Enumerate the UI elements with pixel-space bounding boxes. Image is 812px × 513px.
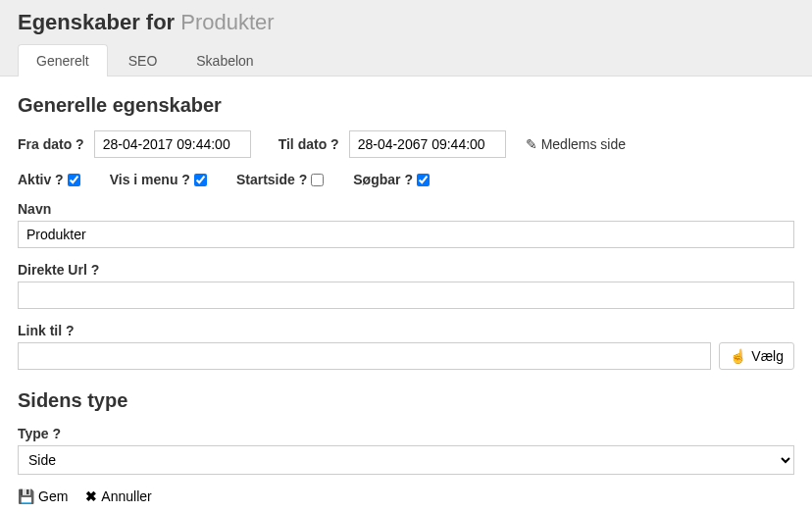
save-icon: 💾 xyxy=(18,488,34,504)
searchable-label: Søgbar ? xyxy=(353,172,413,187)
tab-template[interactable]: Skabelon xyxy=(178,44,272,77)
section-type-heading: Sidens type xyxy=(18,389,794,412)
show-menu-checkbox[interactable] xyxy=(194,174,207,186)
name-label: Navn xyxy=(18,201,794,217)
link-to-label: Link til ? xyxy=(18,323,794,338)
edit-icon: ✎ xyxy=(526,136,537,152)
cancel-label: Annuller xyxy=(101,488,151,504)
active-checkbox[interactable] xyxy=(68,174,80,186)
section-general-heading: Generelle egenskaber xyxy=(18,94,794,117)
searchable-checkbox[interactable] xyxy=(417,174,430,186)
save-label: Gem xyxy=(38,488,68,504)
footer-actions: 💾 Gem ✖ Annuller xyxy=(18,488,794,504)
show-menu-label: Vis i menu ? xyxy=(110,172,190,187)
content-panel: Generelle egenskaber Fra dato ? Til dato… xyxy=(0,76,812,513)
name-input[interactable] xyxy=(18,221,794,248)
flags-row: Aktiv ? Vis i menu ? Startside ? Søgbar … xyxy=(18,172,794,187)
header-bar: Egenskaber for Produkter Generelt SEO Sk… xyxy=(0,0,812,76)
page-title: Egenskaber for Produkter xyxy=(18,10,794,35)
startpage-checkbox[interactable] xyxy=(311,174,324,186)
to-date-input[interactable] xyxy=(349,130,506,158)
hand-icon: ☝ xyxy=(730,348,746,364)
save-button[interactable]: 💾 Gem xyxy=(18,488,68,504)
title-prefix: Egenskaber for xyxy=(18,10,175,34)
title-entity: Produkter xyxy=(180,10,274,34)
close-icon: ✖ xyxy=(85,488,97,504)
from-date-label: Fra dato ? xyxy=(18,136,84,152)
date-row: Fra dato ? Til dato ? ✎ Medlems side xyxy=(18,130,794,158)
tab-bar: Generelt SEO Skabelon xyxy=(18,43,794,76)
to-date-label: Til dato ? xyxy=(279,136,339,152)
type-block: Type ? Side xyxy=(18,426,794,475)
direct-url-input[interactable] xyxy=(18,282,794,309)
direct-url-block: Direkte Url ? xyxy=(18,262,794,309)
choose-button[interactable]: ☝ Vælg xyxy=(719,342,794,370)
choose-label: Vælg xyxy=(751,348,784,364)
tab-seo[interactable]: SEO xyxy=(110,44,177,77)
tab-general[interactable]: Generelt xyxy=(18,44,108,77)
direct-url-label: Direkte Url ? xyxy=(18,262,794,278)
name-block: Navn xyxy=(18,201,794,248)
member-page-link[interactable]: ✎ Medlems side xyxy=(526,136,626,152)
type-select[interactable]: Side xyxy=(18,445,794,475)
member-page-label: Medlems side xyxy=(541,136,626,152)
link-to-input[interactable] xyxy=(18,342,711,370)
type-label: Type ? xyxy=(18,426,794,441)
cancel-button[interactable]: ✖ Annuller xyxy=(85,488,151,504)
from-date-input[interactable] xyxy=(94,130,251,158)
link-to-block: Link til ? ☝ Vælg xyxy=(18,323,794,370)
active-label: Aktiv ? xyxy=(18,172,64,187)
startpage-label: Startside ? xyxy=(236,172,307,187)
